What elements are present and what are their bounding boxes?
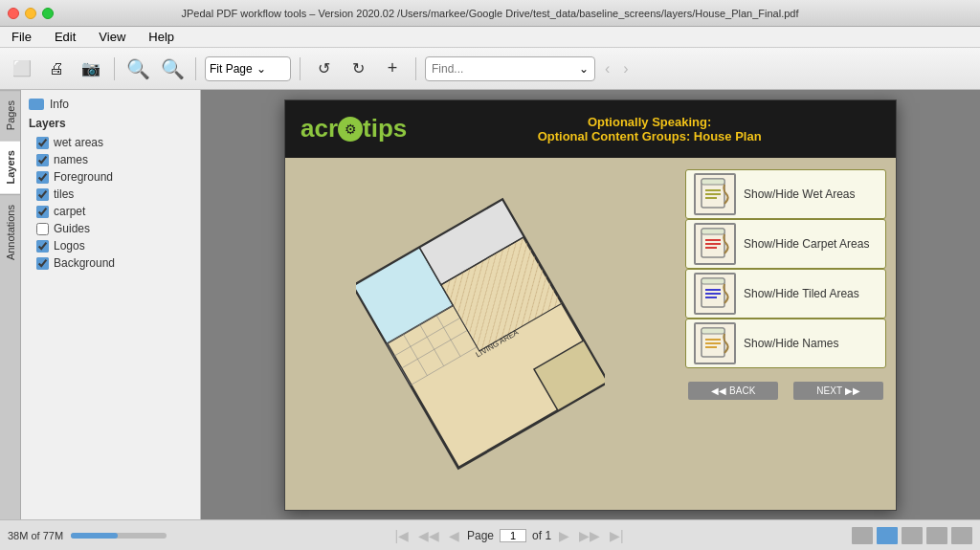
memory-progress-bar [71,533,167,539]
layer-label-5: Guides [54,222,90,235]
layer-label-7: Background [54,256,115,270]
menu-view[interactable]: View [95,30,129,44]
pdf-area: acr ⚙ tips Optionally Speaking: Optional… [201,90,980,519]
layer-checkbox-1[interactable] [36,154,49,166]
layer-item-background[interactable]: Background [29,254,192,272]
layer-label-6: Logos [54,239,85,253]
logo-acro: acr [301,114,338,143]
layer-item-wet-areas[interactable]: wet areas [29,134,192,151]
memory-label: 38M of 77M [8,530,63,541]
pdf-action-button-2[interactable]: Show/Hide Tiled Areas [685,269,886,319]
toolbar: ⬜ 🖨 📷 🔍 🔍 Fit Page ⌄ ↺ ↻ + ⌄ ‹ › [0,48,980,90]
separator-1 [114,57,115,80]
separator-2 [195,57,196,80]
undo-button[interactable]: ↺ [309,55,338,83]
layer-checkbox-6[interactable] [36,240,49,253]
pdf-action-button-0[interactable]: Show/Hide Wet Areas [685,169,886,219]
layer-checkbox-7[interactable] [36,257,49,270]
tab-annotations[interactable]: Annotations [0,194,20,270]
pdf-header: acr ⚙ tips Optionally Speaking: Optional… [285,100,896,158]
first-page-button[interactable]: |◀ [392,528,411,543]
svg-rect-25 [702,278,724,284]
find-box[interactable]: ⌄ [425,56,595,81]
close-button[interactable] [8,8,19,19]
camera-button[interactable]: 📷 [77,55,105,83]
view-continuous-button[interactable] [902,527,923,544]
layer-checkbox-2[interactable] [36,171,49,184]
zoom-out-button[interactable]: 🔍 [123,55,152,83]
pdf-page: acr ⚙ tips Optionally Speaking: Optional… [284,99,897,511]
layer-label-0: wet areas [54,136,103,149]
pdf-action-button-3[interactable]: Show/Hide Names [685,319,886,368]
menu-help[interactable]: Help [145,30,178,44]
last-page-button[interactable]: ▶| [608,528,626,543]
fit-page-select[interactable]: Fit Page ⌄ [205,56,291,81]
logo-tips: tips [363,114,407,143]
layer-item-names[interactable]: names [29,151,192,168]
page-of-label: of 1 [532,529,551,542]
layer-checkbox-0[interactable] [36,137,49,149]
pdf-header-text: Optionally Speaking: Optional Content Gr… [418,115,880,143]
tab-pages[interactable]: Pages [0,90,20,140]
view-single-button[interactable] [852,527,873,544]
floorplan-svg: LIVING AREA [356,186,605,482]
pdf-btn-icon-2 [694,273,736,315]
page-number-input[interactable] [500,529,526,542]
pdf-btn-label-3: Show/Hide Names [744,337,838,350]
memory-progress-fill [71,533,118,539]
titlebar: JPedal PDF workflow tools – Version 2020… [0,0,980,27]
layer-item-guides[interactable]: Guides [29,220,192,237]
redo-button[interactable]: ↻ [344,55,372,83]
minimize-button[interactable] [25,8,36,19]
layers-list: wet areasnamesForegroundtilescarpetGuide… [29,134,192,272]
layers-label: Layers [29,117,192,130]
back-button[interactable]: ◀◀ BACK [688,382,778,400]
find-dropdown-icon[interactable]: ⌄ [579,62,589,76]
view-cover-button[interactable] [951,527,972,544]
pdf-btn-icon-1 [694,223,736,265]
info-section: Info [29,98,192,111]
next-page-button[interactable]: ▶▶ [577,528,602,543]
layer-item-tiles[interactable]: tiles [29,186,192,203]
print-button[interactable]: 🖨 [42,55,71,83]
pdf-btn-label-2: Show/Hide Tiled Areas [744,287,859,300]
pdf-btn-label-0: Show/Hide Wet Areas [744,187,856,201]
gear-icon: ⚙ [338,117,363,142]
pdf-btn-icon-3 [694,322,736,364]
view-buttons [852,527,972,544]
layer-item-logos[interactable]: Logos [29,237,192,254]
layer-label-2: Foreground [54,170,113,184]
pdf-title-line2: Optional Content Groups: House Plan [418,129,880,143]
menu-edit[interactable]: Edit [51,30,79,44]
separator-3 [300,57,301,80]
tab-layers[interactable]: Layers [0,140,20,193]
add-button[interactable]: + [378,55,407,83]
layer-item-foreground[interactable]: Foreground [29,168,192,186]
layers-panel: Info Layers wet areasnamesForegroundtile… [21,90,201,519]
menu-file[interactable]: File [8,30,35,44]
find-input[interactable] [432,62,575,76]
layer-label-1: names [54,153,88,166]
statusbar: 38M of 77M |◀ ◀◀ ◀ Page of 1 ▶ ▶▶ ▶| [0,519,980,550]
layer-checkbox-5[interactable] [36,223,49,235]
prev-page-button[interactable]: ◀◀ [416,528,441,543]
pdf-action-button-1[interactable]: Show/Hide Carpet Areas [685,219,886,269]
pdf-btn-icon-0 [694,173,736,215]
view-facing-button[interactable] [926,527,947,544]
nav-next-button[interactable]: › [619,58,632,79]
folder-icon [29,99,44,110]
layer-checkbox-4[interactable] [36,206,49,218]
maximize-button[interactable] [42,8,54,19]
nav-prev-button[interactable]: ‹ [601,58,613,79]
zoom-in-button[interactable]: 🔍 [158,55,187,83]
next-single-button[interactable]: ▶ [557,528,571,543]
layer-item-carpet[interactable]: carpet [29,203,192,220]
prev-single-button[interactable]: ◀ [447,528,461,543]
next-button[interactable]: NEXT ▶▶ [793,382,882,400]
status-nav: |◀ ◀◀ ◀ Page of 1 ▶ ▶▶ ▶| [392,528,625,543]
view-double-button[interactable] [877,527,898,544]
sidebar-tabs: Pages Layers Annotations [0,90,21,519]
layer-checkbox-3[interactable] [36,188,49,201]
page-icon-button[interactable]: ⬜ [8,55,36,83]
page-label: Page [467,529,494,542]
